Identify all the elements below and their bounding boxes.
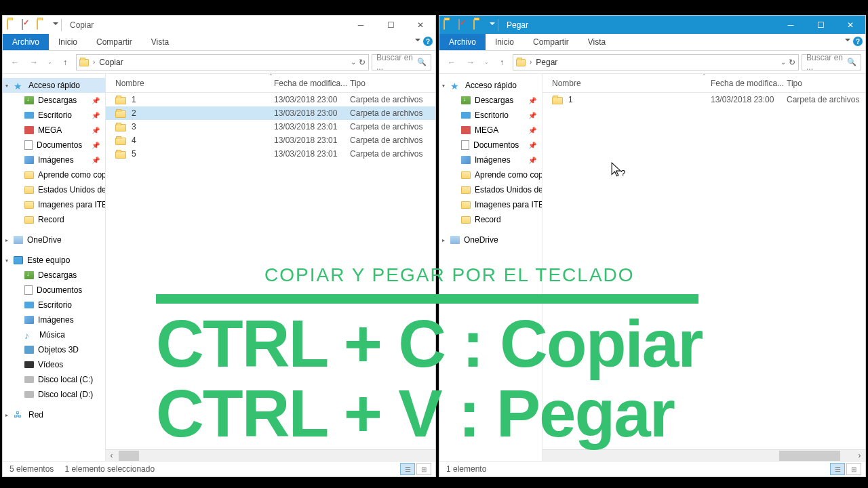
path-segment[interactable]: Copiar xyxy=(99,58,123,67)
file-row[interactable]: 313/03/2018 23:01Carpeta de archivos xyxy=(106,120,435,134)
file-row[interactable]: 413/03/2018 23:01Carpeta de archivos xyxy=(106,134,435,147)
sidebar-pc-3d[interactable]: Objetos 3D xyxy=(3,342,105,357)
sidebar-pictures[interactable]: Imágenes📌 xyxy=(439,152,542,167)
sidebar-downloads[interactable]: Descargas📌 xyxy=(3,93,105,108)
tab-share[interactable]: Compartir xyxy=(524,34,578,50)
sidebar-this-pc[interactable]: ▾Este equipo xyxy=(3,253,105,268)
recent-dropdown[interactable]: ⌄ xyxy=(481,54,491,70)
sidebar-folder[interactable]: Record xyxy=(439,212,542,227)
chevron-right-icon[interactable]: › xyxy=(93,58,95,66)
sidebar-disk-c[interactable]: Disco local (C:) xyxy=(3,372,105,387)
open-folder-icon[interactable] xyxy=(37,20,47,30)
properties-icon[interactable] xyxy=(22,20,33,30)
help-icon[interactable]: ? xyxy=(423,37,433,46)
tab-view[interactable]: Vista xyxy=(142,34,178,50)
file-list[interactable]: 113/03/2018 23:00Carpeta de archivos xyxy=(542,93,865,449)
col-name[interactable]: Nombre xyxy=(552,79,711,88)
recent-dropdown[interactable]: ⌄ xyxy=(45,54,54,70)
sidebar-pc-videos[interactable]: Vídeos xyxy=(3,357,105,372)
col-type[interactable]: Tipo xyxy=(350,79,435,88)
sidebar-pc-downloads[interactable]: Descargas xyxy=(3,268,105,283)
file-row[interactable]: 213/03/2018 23:00Carpeta de archivos xyxy=(106,106,435,120)
minimize-button[interactable]: ─ xyxy=(346,16,376,34)
chevron-down-icon[interactable]: ⌄ xyxy=(781,58,786,66)
file-row[interactable]: 513/03/2018 23:01Carpeta de archivos xyxy=(106,147,435,161)
sidebar-folder[interactable]: Estados Unidos desp xyxy=(3,182,105,197)
tab-share[interactable]: Compartir xyxy=(87,34,142,50)
tab-file[interactable]: Archivo xyxy=(3,34,49,50)
file-row[interactable]: 113/03/2018 23:00Carpeta de archivos xyxy=(542,93,865,106)
search-input[interactable]: Buscar en ... 🔍 xyxy=(372,54,431,70)
scroll-left-icon[interactable]: ‹ xyxy=(106,450,117,462)
sidebar-folder[interactable]: Aprende como cop xyxy=(439,167,542,182)
view-icons-button[interactable]: ⊞ xyxy=(416,463,431,475)
scroll-thumb[interactable] xyxy=(779,451,840,461)
chevron-down-icon[interactable]: ⌄ xyxy=(351,58,356,66)
refresh-icon[interactable]: ↻ xyxy=(789,58,795,67)
view-icons-button[interactable]: ⊞ xyxy=(846,463,861,475)
scroll-thumb[interactable] xyxy=(119,451,139,461)
titlebar[interactable]: Pegar ─ ☐ ✕ xyxy=(439,16,865,34)
sidebar-documents[interactable]: Documentos📌 xyxy=(439,138,542,152)
file-row[interactable]: 113/03/2018 23:00Carpeta de archivos xyxy=(106,93,435,106)
sidebar-mega[interactable]: MEGA📌 xyxy=(3,123,105,138)
sidebar-quick-access[interactable]: ▾★Acceso rápido xyxy=(439,78,542,93)
view-details-button[interactable]: ☰ xyxy=(830,463,845,475)
sidebar-quick-access[interactable]: ▾★Acceso rápido xyxy=(3,78,105,93)
titlebar[interactable]: Copiar ─ ☐ ✕ xyxy=(3,16,435,34)
back-button[interactable]: ← xyxy=(443,54,460,70)
up-button[interactable]: ↑ xyxy=(494,54,510,70)
qat-dropdown-icon[interactable] xyxy=(490,22,495,28)
address-field[interactable]: › Pegar ⌄ ↻ xyxy=(513,54,799,70)
ribbon-collapse-icon[interactable] xyxy=(415,39,420,44)
sidebar-mega[interactable]: MEGA📌 xyxy=(439,123,542,138)
sidebar-pc-documents[interactable]: Documentos xyxy=(3,283,105,298)
file-list[interactable]: 113/03/2018 23:00Carpeta de archivos 213… xyxy=(106,93,435,449)
col-type[interactable]: Tipo xyxy=(787,79,865,88)
sidebar-disk-d[interactable]: Disco local (D:) xyxy=(3,387,105,402)
sidebar-pc-music[interactable]: ♪Música xyxy=(3,327,105,342)
maximize-button[interactable]: ☐ xyxy=(376,16,406,34)
close-button[interactable]: ✕ xyxy=(835,16,865,34)
sidebar-onedrive[interactable]: ▸OneDrive xyxy=(3,232,105,247)
sidebar-documents[interactable]: Documentos📌 xyxy=(3,138,105,152)
col-name[interactable]: Nombre xyxy=(115,79,274,88)
tab-file[interactable]: Archivo xyxy=(439,34,486,50)
maximize-button[interactable]: ☐ xyxy=(806,16,835,34)
sidebar-pc-desktop[interactable]: Escritorio xyxy=(3,298,105,312)
sidebar-pc-pictures[interactable]: Imágenes xyxy=(3,312,105,327)
scroll-right-icon[interactable]: › xyxy=(854,450,865,462)
up-button[interactable]: ↑ xyxy=(57,54,73,70)
back-button[interactable]: ← xyxy=(7,54,23,70)
horizontal-scrollbar[interactable]: › xyxy=(542,449,865,461)
sidebar-desktop[interactable]: Escritorio📌 xyxy=(3,108,105,123)
path-segment[interactable]: Pegar xyxy=(536,58,557,67)
sidebar-pictures[interactable]: Imágenes📌 xyxy=(3,152,105,167)
sidebar-desktop[interactable]: Escritorio📌 xyxy=(439,108,542,123)
address-field[interactable]: › Copiar ⌄ ↻ xyxy=(76,54,369,70)
sidebar-folder[interactable]: Imagenes para ITEC xyxy=(3,197,105,212)
tab-view[interactable]: Vista xyxy=(578,34,615,50)
sidebar-onedrive[interactable]: ▸OneDrive xyxy=(439,232,542,247)
col-date[interactable]: Fecha de modifica... xyxy=(711,79,787,88)
minimize-button[interactable]: ─ xyxy=(776,16,806,34)
view-details-button[interactable]: ☰ xyxy=(400,463,415,475)
horizontal-scrollbar[interactable]: ‹ xyxy=(106,449,435,461)
sidebar-folder[interactable]: Aprende como cop xyxy=(3,167,105,182)
tab-home[interactable]: Inicio xyxy=(49,34,87,50)
sidebar-folder[interactable]: Imagenes para ITEC xyxy=(439,197,542,212)
tab-home[interactable]: Inicio xyxy=(486,34,524,50)
ribbon-collapse-icon[interactable] xyxy=(845,39,850,44)
refresh-icon[interactable]: ↻ xyxy=(359,58,366,67)
properties-icon[interactable] xyxy=(458,20,469,30)
open-folder-icon[interactable] xyxy=(473,20,484,30)
qat-dropdown-icon[interactable] xyxy=(53,22,58,28)
sidebar-network[interactable]: ▸🖧Red xyxy=(3,407,105,422)
chevron-right-icon[interactable]: › xyxy=(530,58,532,66)
sidebar-folder[interactable]: Record xyxy=(3,212,105,227)
sidebar-downloads[interactable]: Descargas📌 xyxy=(439,93,542,108)
help-icon[interactable]: ? xyxy=(853,37,863,46)
col-date[interactable]: Fecha de modifica... xyxy=(274,79,350,88)
sidebar-folder[interactable]: Estados Unidos desp xyxy=(439,182,542,197)
close-button[interactable]: ✕ xyxy=(406,16,435,34)
